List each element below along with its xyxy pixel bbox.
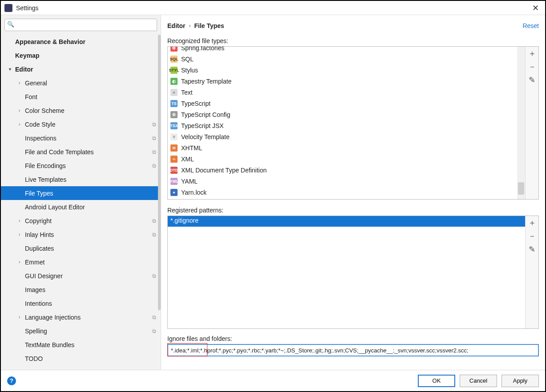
sidebar-item-color-scheme[interactable]: ›Color Scheme bbox=[1, 104, 161, 117]
remove-filetype-button[interactable]: － bbox=[527, 60, 538, 73]
list-scrollbar[interactable] bbox=[517, 47, 525, 199]
scope-icon: ⧉ bbox=[152, 328, 156, 334]
filetype-item[interactable]: ⚙TypeScript Config bbox=[168, 109, 517, 120]
sidebar-item-textmate-bundles[interactable]: TextMate Bundles bbox=[1, 338, 161, 352]
close-icon[interactable]: ✕ bbox=[530, 3, 542, 13]
chevron-right-icon: › bbox=[189, 23, 190, 29]
sidebar-item-file-types[interactable]: File Types bbox=[1, 186, 161, 200]
filetype-item[interactable]: ●Yarn.lock bbox=[168, 187, 517, 198]
registered-patterns-list[interactable]: *.gitignore ＋ － ✎ bbox=[167, 216, 539, 329]
filetype-item[interactable]: TSXTypeScript JSX bbox=[168, 120, 517, 131]
scope-icon: ⧉ bbox=[152, 163, 156, 169]
sidebar-item-inspections[interactable]: Inspections⧉ bbox=[1, 131, 161, 145]
breadcrumb-filetypes: File Types bbox=[194, 22, 224, 29]
search-input[interactable] bbox=[4, 19, 157, 31]
scope-icon: ⧉ bbox=[152, 149, 156, 155]
filetype-item[interactable]: ✿Spring.factories bbox=[168, 47, 517, 53]
settings-tree[interactable]: Appearance & BehaviorKeymap▾Editor›Gener… bbox=[1, 35, 161, 370]
sidebar-item-intentions[interactable]: Intentions bbox=[1, 296, 161, 310]
sidebar-scrollbar[interactable] bbox=[158, 35, 161, 310]
filetype-item[interactable]: ‹›XML bbox=[168, 153, 517, 164]
scope-icon: ⧉ bbox=[152, 232, 156, 238]
filetype-item[interactable]: YMLYAML bbox=[168, 176, 517, 187]
ignore-label: Ignore files and folders: bbox=[167, 335, 539, 342]
settings-sidebar: 🔍 Appearance & BehaviorKeymap▾Editor›Gen… bbox=[1, 15, 161, 370]
sidebar-item-spelling[interactable]: Spelling⧉ bbox=[1, 324, 161, 338]
pattern-toolbar: ＋ － ✎ bbox=[525, 216, 538, 328]
title-bar: Settings ✕ bbox=[1, 1, 545, 15]
scope-icon: ⧉ bbox=[152, 135, 156, 141]
sidebar-item-keymap[interactable]: Keymap bbox=[1, 48, 161, 62]
patterns-label: Registered patterns: bbox=[167, 207, 539, 214]
sidebar-item-copyright[interactable]: ›Copyright⧉ bbox=[1, 214, 161, 228]
scope-icon: ⧉ bbox=[152, 273, 156, 279]
recognized-filetypes-list[interactable]: ✿Spring.factoriesSQLSQLSTYLStylus◐Tapest… bbox=[167, 46, 539, 200]
sidebar-item-editor[interactable]: ▾Editor bbox=[1, 62, 161, 76]
edit-filetype-button[interactable]: ✎ bbox=[527, 73, 538, 87]
add-pattern-button[interactable]: ＋ bbox=[527, 216, 538, 229]
scope-icon: ⧉ bbox=[152, 218, 156, 224]
sidebar-item-code-style[interactable]: ›Code Style⧉ bbox=[1, 117, 161, 131]
main-panel: Editor › File Types Reset Recognized fil… bbox=[161, 15, 545, 370]
filetype-item[interactable]: VVelocity Template bbox=[168, 131, 517, 142]
sidebar-item-file-encodings[interactable]: File Encodings⧉ bbox=[1, 159, 161, 172]
filetype-toolbar: ＋ － ✎ bbox=[525, 47, 538, 199]
breadcrumb: Editor › File Types Reset bbox=[167, 22, 539, 29]
sidebar-item-appearance-behavior[interactable]: Appearance & Behavior bbox=[1, 35, 161, 48]
apply-button[interactable]: Apply bbox=[502, 375, 539, 387]
sidebar-item-live-templates[interactable]: Live Templates bbox=[1, 172, 161, 186]
breadcrumb-editor[interactable]: Editor bbox=[167, 22, 185, 29]
sidebar-item-language-injections[interactable]: ›Language Injections⧉ bbox=[1, 310, 161, 324]
cancel-button[interactable]: Cancel bbox=[460, 375, 497, 387]
filetype-item[interactable]: TSTypeScript bbox=[168, 98, 517, 109]
remove-pattern-button[interactable]: － bbox=[527, 229, 538, 243]
recognized-label: Recognized file types: bbox=[167, 37, 539, 44]
sidebar-item-general[interactable]: ›General bbox=[1, 76, 161, 90]
filetype-item[interactable]: ≡Text bbox=[168, 87, 517, 98]
filetype-item[interactable]: SQLSQL bbox=[168, 53, 517, 64]
help-icon[interactable]: ? bbox=[7, 376, 16, 385]
filetype-item[interactable]: STYLStylus bbox=[168, 64, 517, 76]
ok-button[interactable]: OK bbox=[418, 375, 455, 387]
sidebar-item-inlay-hints[interactable]: ›Inlay Hints⧉ bbox=[1, 228, 161, 241]
sidebar-item-duplicates[interactable]: Duplicates bbox=[1, 241, 161, 255]
filetype-item[interactable]: ◐Tapestry Template bbox=[168, 76, 517, 87]
scope-icon: ⧉ bbox=[152, 121, 156, 128]
reset-link[interactable]: Reset bbox=[522, 22, 539, 29]
sidebar-item-todo[interactable]: TODO bbox=[1, 352, 161, 365]
sidebar-item-images[interactable]: Images bbox=[1, 283, 161, 296]
sidebar-item-file-and-code-templates[interactable]: File and Code Templates⧉ bbox=[1, 145, 161, 159]
app-icon bbox=[4, 4, 12, 12]
sidebar-item-emmet[interactable]: ›Emmet bbox=[1, 255, 161, 269]
dialog-footer: ? OK Cancel Apply bbox=[1, 370, 545, 391]
filetype-item[interactable]: DTDXML Document Type Definition bbox=[168, 164, 517, 176]
add-filetype-button[interactable]: ＋ bbox=[527, 47, 538, 60]
edit-pattern-button[interactable]: ✎ bbox=[527, 243, 538, 256]
scope-icon: ⧉ bbox=[152, 314, 156, 320]
pattern-item[interactable]: *.gitignore bbox=[168, 216, 525, 227]
ignore-files-input[interactable] bbox=[167, 344, 539, 356]
sidebar-item-font[interactable]: Font bbox=[1, 90, 161, 104]
filetype-item[interactable]: HXHTML bbox=[168, 142, 517, 153]
search-icon: 🔍 bbox=[7, 21, 14, 28]
sidebar-item-gui-designer[interactable]: GUI Designer⧉ bbox=[1, 269, 161, 283]
sidebar-item-android-layout-editor[interactable]: Android Layout Editor bbox=[1, 200, 161, 214]
window-title: Settings bbox=[16, 4, 39, 12]
